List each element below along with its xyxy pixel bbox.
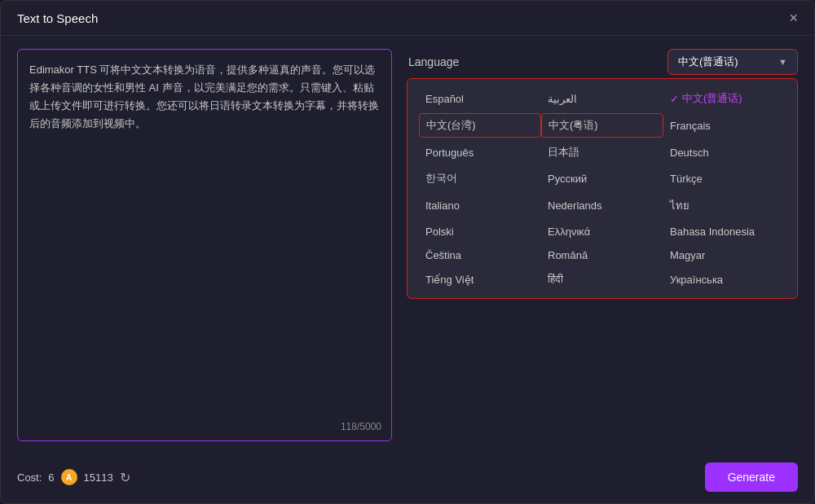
language-grid: Español العربية ✓ 中文(普通话) 中文(台湾) 中文(粤语) … xyxy=(419,87,786,290)
cost-label: Cost: xyxy=(17,471,42,484)
lang-label-japanese: 日本語 xyxy=(548,145,579,160)
language-dropdown-overlay: Español العربية ✓ 中文(普通话) 中文(台湾) 中文(粤语) … xyxy=(407,78,798,299)
lang-label-arabic: العربية xyxy=(548,93,577,105)
lang-label-korean: 한국어 xyxy=(425,171,457,186)
modal-title: Text to Speech xyxy=(17,11,98,25)
modal-header: Text to Speech × xyxy=(1,1,814,36)
lang-label-french: Français xyxy=(670,120,711,132)
check-icon: ✓ xyxy=(670,93,679,105)
lang-item-magyar[interactable]: Magyar xyxy=(663,245,786,265)
lang-item-portuguese[interactable]: Português xyxy=(419,141,541,164)
lang-item-italian[interactable]: Italiano xyxy=(419,193,541,218)
lang-item-romanian[interactable]: Română xyxy=(541,245,663,265)
lang-label-polish: Polski xyxy=(425,226,454,238)
lang-item-taiwan[interactable]: 中文(台湾) xyxy=(419,113,541,138)
lang-item-korean[interactable]: 한국어 xyxy=(419,167,541,190)
text-area-wrapper[interactable]: Edimakor TTS 可将中文文本转换为语音，提供多种逼真的声音。您可以选择… xyxy=(17,49,392,441)
lang-label-mandarin: 中文(普通话) xyxy=(682,91,742,106)
lang-label-vietnamese: Tiếng Việt xyxy=(425,274,474,286)
modal-body: Edimakor TTS 可将中文文本转换为语音，提供多种逼真的声音。您可以选择… xyxy=(1,36,814,454)
refresh-icon[interactable]: ↻ xyxy=(120,470,130,485)
lang-item-russian[interactable]: Русский xyxy=(541,167,663,190)
lang-label-hindi: हिंदी xyxy=(548,273,563,286)
language-dropdown[interactable]: 中文(普通话) ▼ xyxy=(667,49,798,75)
lang-item-dutch[interactable]: Nederlands xyxy=(541,193,663,218)
lang-label-czech: Čeština xyxy=(425,249,461,261)
lang-item-bahasa[interactable]: Bahasa Indonesia xyxy=(663,221,786,242)
left-panel: Edimakor TTS 可将中文文本转换为语音，提供多种逼真的声音。您可以选择… xyxy=(17,49,392,441)
lang-label-cantonese: 中文(粤语) xyxy=(548,118,598,133)
text-content: Edimakor TTS 可将中文文本转换为语音，提供多种逼真的声音。您可以选择… xyxy=(29,61,380,133)
char-count: 118/5000 xyxy=(341,421,381,432)
lang-item-cantonese[interactable]: 中文(粤语) xyxy=(541,113,663,138)
close-button[interactable]: × xyxy=(789,11,798,25)
lang-item-french[interactable]: Français xyxy=(663,113,786,138)
cost-value: 6 xyxy=(48,471,54,484)
lang-item-ukrainian[interactable]: Українська xyxy=(663,269,786,290)
coins-value: 15113 xyxy=(84,471,113,484)
lang-item-greek[interactable]: Ελληνικά xyxy=(541,221,663,242)
lang-item-japanese[interactable]: 日本語 xyxy=(541,141,663,164)
cost-info: Cost: 6 A 15113 ↻ xyxy=(17,469,130,485)
bottom-bar: Cost: 6 A 15113 ↻ Generate xyxy=(1,454,814,503)
chevron-down-icon: ▼ xyxy=(778,57,787,67)
lang-item-thai[interactable]: ไทย xyxy=(663,193,786,218)
lang-label-dutch: Nederlands xyxy=(548,199,602,212)
lang-label-greek: Ελληνικά xyxy=(548,226,590,238)
lang-label-bahasa: Bahasa Indonesia xyxy=(670,226,755,238)
lang-label-romanian: Română xyxy=(548,249,588,261)
lang-label-russian: Русский xyxy=(548,173,587,185)
generate-button[interactable]: Generate xyxy=(705,462,798,492)
language-selector-row: Language 中文(普通话) ▼ Español العربية ✓ 中文(… xyxy=(408,49,798,75)
lang-item-hindi[interactable]: हिंदी xyxy=(541,269,663,290)
lang-item-deutsch[interactable]: Deutsch xyxy=(663,141,786,164)
language-label: Language xyxy=(408,55,459,68)
lang-item-turkish[interactable]: Türkçe xyxy=(663,167,786,190)
lang-item-espanol[interactable]: Español xyxy=(419,87,541,110)
lang-label-deutsch: Deutsch xyxy=(670,147,709,159)
lang-item-polish[interactable]: Polski xyxy=(419,221,541,242)
lang-label-turkish: Türkçe xyxy=(670,173,703,185)
lang-label-portuguese: Português xyxy=(425,147,474,159)
lang-label-thai: ไทย xyxy=(670,197,689,214)
lang-label-magyar: Magyar xyxy=(670,249,705,261)
lang-label-espanol: Español xyxy=(425,93,464,105)
right-panel: Language 中文(普通话) ▼ Español العربية ✓ 中文(… xyxy=(408,49,798,441)
lang-item-arabic[interactable]: العربية xyxy=(541,87,663,110)
coin-icon: A xyxy=(61,469,77,485)
lang-item-czech[interactable]: Čeština xyxy=(419,245,541,265)
lang-item-vietnamese[interactable]: Tiếng Việt xyxy=(419,269,541,290)
selected-language: 中文(普通话) xyxy=(678,55,738,69)
lang-label-ukrainian: Українська xyxy=(670,274,723,286)
lang-label-italian: Italiano xyxy=(425,199,460,212)
lang-item-mandarin[interactable]: ✓ 中文(普通话) xyxy=(663,87,786,110)
modal-container: Text to Speech × Edimakor TTS 可将中文文本转换为语… xyxy=(0,0,815,504)
lang-label-taiwan: 中文(台湾) xyxy=(426,118,476,133)
